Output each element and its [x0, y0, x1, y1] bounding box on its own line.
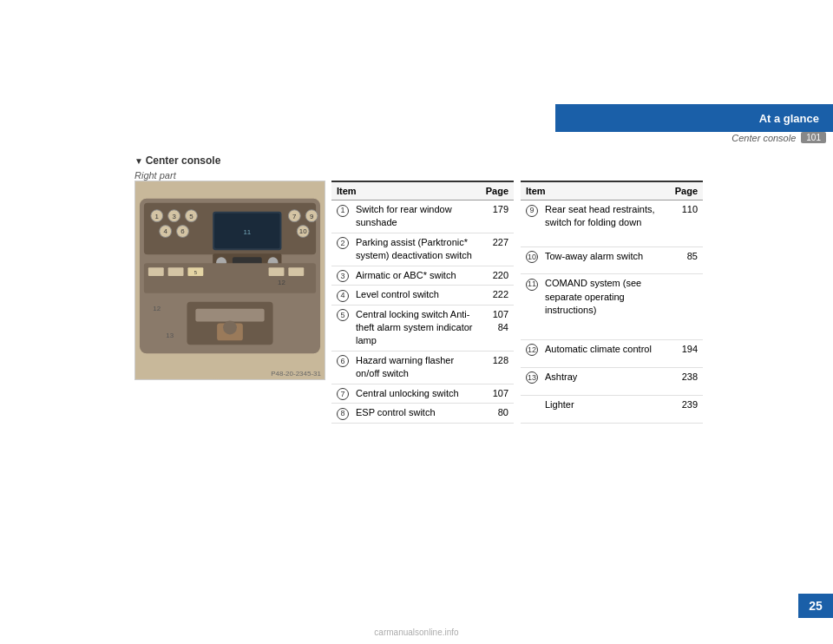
item-number: 6 [331, 351, 351, 384]
table-row: 6 Hazard warning flasher on/off switch 1… [331, 351, 514, 384]
right-table-item-header: Item [521, 181, 670, 200]
table-row: 13 Ashtray 238 [521, 367, 703, 395]
item-page: 107 84 [481, 305, 514, 351]
item-page: 239 [670, 395, 703, 423]
svg-text:4: 4 [163, 227, 167, 235]
item-number: 10 [521, 246, 540, 274]
table-row: 2 Parking assist (Parktronic* system) de… [331, 233, 514, 266]
item-page: 227 [481, 233, 514, 266]
item-number: 2 [331, 233, 351, 266]
table-row: 11 COMAND system (see separate operating… [521, 274, 703, 339]
item-page: 238 [670, 367, 703, 395]
left-table-item-header: Item [331, 181, 481, 200]
item-text: Central unlocking switch [351, 384, 481, 404]
svg-text:13: 13 [166, 332, 174, 339]
header-title: At a glance [759, 112, 819, 125]
left-table: Item Page 1 Switch for rear window sunsh… [331, 181, 514, 424]
item-page: 220 [481, 266, 514, 286]
table-row: 12 Automatic climate control 194 [521, 339, 703, 367]
item-text: Lighter [540, 395, 670, 423]
table-row: 8 ESP control switch 80 [331, 404, 514, 424]
table-row: 10 Tow-away alarm switch 85 [521, 246, 703, 274]
left-table-page-header: Page [481, 181, 514, 200]
item-number: 13 [521, 367, 540, 395]
image-caption: P48-20-2345-31 [271, 370, 321, 378]
table-row: 4 Level control switch 222 [331, 286, 514, 306]
section-header: At a glance [555, 104, 833, 132]
item-page: 222 [481, 286, 514, 306]
item-text: COMAND system (see separate operating in… [540, 274, 670, 339]
sub-header-badge: 101 [801, 132, 826, 143]
svg-text:10: 10 [299, 227, 307, 235]
item-text: ESP control switch [351, 404, 481, 424]
item-text: Tow-away alarm switch [540, 246, 670, 274]
item-number: 9 [521, 200, 540, 247]
svg-rect-32 [288, 267, 304, 276]
table-row: 3 Airmatic or ABC* switch 220 [331, 266, 514, 286]
item-number: 11 [521, 274, 540, 339]
item-page: 194 [670, 339, 703, 367]
item-page: 110 [670, 200, 703, 247]
table-row: 1 Switch for rear window sunshade 179 [331, 200, 514, 233]
item-text: Automatic climate control [540, 339, 670, 367]
item-text: Central locking switch Anti-theft alarm … [351, 305, 481, 351]
item-page: 179 [481, 200, 514, 233]
item-number: 8 [331, 404, 351, 424]
item-number [521, 395, 540, 423]
item-text: Airmatic or ABC* switch [351, 266, 481, 286]
car-dashboard-image: 1 3 5 4 6 7 9 10 11 [134, 181, 325, 380]
svg-rect-31 [269, 267, 285, 276]
right-table: Item Page 9 Rear seat head restraints, s… [521, 181, 703, 424]
watermark: carmanualsonline.info [374, 628, 458, 637]
item-number: 1 [331, 200, 351, 233]
svg-rect-28 [168, 267, 184, 276]
svg-text:12: 12 [278, 279, 285, 286]
svg-text:6: 6 [180, 227, 185, 235]
item-text: Ashtray [540, 367, 670, 395]
item-text: Parking assist (Parktronic* system) deac… [351, 233, 481, 266]
item-number: 5 [331, 305, 351, 351]
item-page: 80 [481, 404, 514, 424]
right-table-page-header: Page [670, 181, 703, 200]
table-row: 7 Central unlocking switch 107 [331, 384, 514, 404]
item-number: 7 [331, 384, 351, 404]
section-title: Center console [134, 154, 220, 167]
svg-point-37 [223, 321, 237, 335]
svg-text:5: 5 [189, 213, 193, 220]
table-row: 9 Rear seat head restraints, switch for … [521, 200, 703, 247]
page-number: 25 [809, 599, 823, 613]
item-number: 12 [521, 339, 540, 367]
item-number: 3 [331, 266, 351, 286]
svg-text:12: 12 [153, 305, 161, 312]
svg-text:3: 3 [172, 213, 176, 220]
item-text: Switch for rear window sunshade [351, 200, 481, 233]
sub-header-text: Center console [731, 133, 796, 143]
item-page [670, 274, 703, 339]
table-row: Lighter 239 [521, 395, 703, 423]
item-number: 4 [331, 286, 351, 306]
item-page: 128 [481, 351, 514, 384]
svg-text:11: 11 [243, 228, 251, 236]
sub-header: Center console 101 [555, 132, 833, 143]
tables-container: Item Page 1 Switch for rear window sunsh… [331, 181, 703, 424]
subsection-label: Right part [134, 170, 176, 181]
item-page: 107 [481, 384, 514, 404]
svg-text:9: 9 [310, 213, 314, 220]
item-text: Level control switch [351, 286, 481, 306]
item-text: Rear seat head restraints, switch for fo… [540, 200, 670, 247]
svg-rect-35 [195, 309, 264, 322]
svg-text:7: 7 [292, 213, 296, 220]
svg-text:1: 1 [155, 213, 160, 220]
svg-rect-27 [148, 267, 164, 276]
page-number-badge: 25 [798, 594, 833, 618]
item-page: 85 [670, 246, 703, 274]
table-row: 5 Central locking switch Anti-theft alar… [331, 305, 514, 351]
item-text: Hazard warning flasher on/off switch [351, 351, 481, 384]
